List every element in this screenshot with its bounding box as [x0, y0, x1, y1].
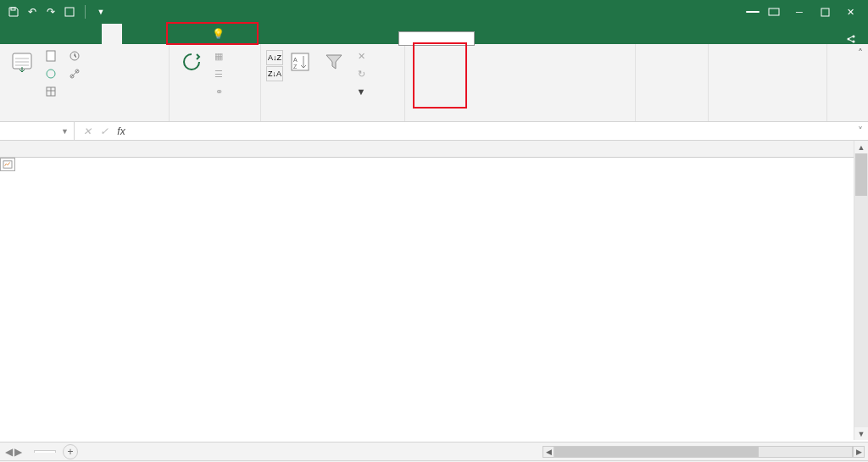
quick-analysis-icon[interactable]: [0, 158, 15, 171]
existing-conn-button[interactable]: [66, 66, 86, 81]
tell-me-button[interactable]: 💡: [207, 24, 230, 44]
tab-nav-prev-icon[interactable]: ◀: [5, 446, 13, 458]
group-forecast: [636, 44, 709, 121]
reapply-button: ↻: [353, 66, 373, 81]
sort-button[interactable]: AZ: [283, 47, 317, 77]
queries-conn-button[interactable]: ▦: [210, 48, 231, 64]
reapply-icon: ↻: [354, 67, 368, 81]
properties-button: ☰: [210, 66, 231, 81]
advanced-icon: ▼: [354, 85, 368, 98]
bulb-icon: 💡: [212, 28, 225, 40]
clear-icon: ✕: [354, 49, 368, 63]
scroll-right-icon[interactable]: ▶: [853, 446, 865, 458]
name-box[interactable]: ▼: [0, 122, 75, 140]
edit-links-button: ⚭: [210, 84, 231, 99]
group-get-transform: [0, 44, 170, 121]
sort-asc-button[interactable]: A↓Z: [266, 50, 283, 65]
collapse-ribbon-icon[interactable]: ˄: [858, 47, 863, 59]
tab-formulas[interactable]: [81, 24, 102, 44]
tab-help[interactable]: [163, 24, 183, 44]
refresh-icon: [178, 48, 205, 75]
tab-powerpivot[interactable]: [183, 24, 203, 44]
horizontal-scrollbar[interactable]: ◀ ▶: [542, 446, 865, 458]
group-data-tools: [405, 44, 636, 121]
csv-icon: [44, 49, 58, 63]
new-sheet-icon[interactable]: +: [63, 444, 78, 459]
chevron-down-icon[interactable]: ▼: [61, 127, 69, 136]
clear-filter-button: ✕: [353, 48, 373, 64]
expand-formula-icon[interactable]: ˅: [853, 125, 868, 137]
filter-icon: [320, 48, 348, 75]
refresh-all-button[interactable]: [175, 47, 209, 77]
share-icon: [846, 34, 856, 44]
save-icon[interactable]: [7, 5, 20, 19]
qat-customize-icon[interactable]: ▼: [94, 5, 108, 19]
query-icon: ▦: [212, 49, 225, 63]
tab-view[interactable]: [142, 24, 163, 44]
fx-icon[interactable]: fx: [115, 125, 127, 137]
svg-rect-2: [769, 8, 779, 15]
share-button[interactable]: [837, 34, 868, 44]
recent-sources-button[interactable]: [66, 48, 86, 64]
from-web-button[interactable]: [42, 66, 63, 81]
login-button[interactable]: [746, 11, 760, 13]
tab-data[interactable]: [102, 24, 122, 44]
sort-desc-button[interactable]: Z↓A: [266, 66, 283, 81]
tab-nav-next-icon[interactable]: ▶: [14, 446, 22, 458]
tab-review[interactable]: [122, 24, 142, 44]
svg-rect-7: [13, 53, 31, 69]
sheet-tab-bar: ◀ ▶ + ◀ ▶: [0, 442, 868, 460]
minimize-icon[interactable]: ─: [788, 3, 810, 21]
group-outline: [709, 44, 827, 121]
links-icon: ⚭: [212, 85, 225, 98]
advanced-button[interactable]: ▼: [353, 84, 373, 99]
scroll-up-icon[interactable]: ▲: [854, 141, 868, 153]
tab-home[interactable]: [20, 24, 41, 44]
get-data-icon: [8, 48, 36, 75]
worksheet-grid[interactable]: [0, 141, 868, 442]
recent-icon: [68, 49, 81, 63]
undo-icon[interactable]: ↶: [25, 5, 39, 19]
ribbon-display-icon[interactable]: [763, 3, 785, 21]
svg-text:Z: Z: [293, 64, 298, 70]
table-icon: [44, 85, 58, 98]
svg-rect-3: [821, 8, 829, 16]
svg-point-9: [47, 70, 55, 78]
svg-rect-0: [11, 8, 15, 10]
sort-icon: AZ: [287, 48, 314, 75]
sheet-tab[interactable]: [34, 450, 56, 453]
cancel-formula-icon[interactable]: ✕: [81, 125, 93, 137]
tab-insert[interactable]: [41, 24, 61, 44]
props-icon: ☰: [212, 67, 225, 81]
maximize-icon[interactable]: [814, 3, 836, 21]
from-text-csv-button[interactable]: [42, 48, 63, 64]
vertical-scrollbar[interactable]: ▲ ▼: [854, 141, 868, 440]
get-data-button[interactable]: [5, 47, 39, 77]
conn-icon: [68, 67, 81, 81]
svg-rect-1: [65, 8, 74, 16]
tab-file[interactable]: [0, 24, 20, 44]
web-icon: [44, 67, 58, 81]
scroll-left-icon[interactable]: ◀: [542, 446, 554, 458]
touch-mode-icon[interactable]: [63, 5, 76, 19]
tab-layout[interactable]: [61, 24, 81, 44]
enter-formula-icon[interactable]: ✓: [98, 125, 110, 137]
redo-icon[interactable]: ↷: [44, 5, 58, 19]
search-overlay[interactable]: [398, 31, 475, 46]
filter-button[interactable]: [317, 47, 351, 77]
titlebar: ↶ ↷ ▼ ─ ✕: [0, 0, 868, 24]
group-queries: ▦ ☰ ⚭: [170, 44, 261, 121]
svg-rect-17: [3, 161, 12, 168]
from-table-button[interactable]: [42, 84, 63, 99]
scroll-down-icon[interactable]: ▼: [854, 427, 868, 440]
svg-text:A: A: [293, 57, 298, 63]
ribbon: ▦ ☰ ⚭ A↓Z Z↓A AZ ✕ ↻ ▼: [0, 44, 868, 122]
svg-rect-8: [47, 51, 55, 61]
group-sort-filter: A↓Z Z↓A AZ ✕ ↻ ▼: [261, 44, 405, 121]
close-icon[interactable]: ✕: [839, 3, 861, 21]
quick-access-toolbar: ↶ ↷ ▼: [0, 5, 114, 19]
formula-bar: ▼ ✕ ✓ fx ˅: [0, 122, 868, 141]
